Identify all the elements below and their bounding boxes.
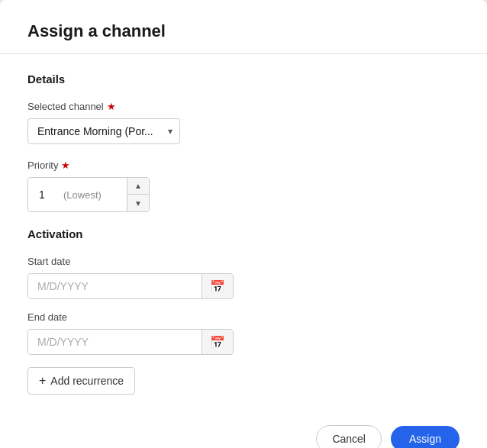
selected-channel-label: Selected channel ★ — [27, 101, 460, 112]
priority-group: Priority ★ 1 (Lowest) ▲ ▼ — [27, 160, 460, 212]
start-date-label: Start date — [27, 256, 460, 267]
priority-wrapper: 1 (Lowest) ▲ ▼ — [27, 177, 150, 212]
add-recurrence-label: Add recurrence — [50, 375, 124, 387]
assign-channel-modal: Assign a channel Details Selected channe… — [0, 0, 487, 448]
calendar-icon-end: 📅 — [210, 335, 225, 350]
modal-body: Details Selected channel ★ Entrance Morn… — [0, 54, 487, 413]
end-date-calendar-button[interactable]: 📅 — [202, 330, 233, 354]
required-star: ★ — [107, 101, 116, 112]
activation-section: Activation Start date 📅 End date 📅 — [27, 227, 460, 395]
details-section: Details Selected channel ★ Entrance Morn… — [27, 73, 460, 212]
end-date-label: End date — [27, 311, 460, 323]
priority-required-star: ★ — [61, 160, 70, 171]
add-recurrence-button[interactable]: + Add recurrence — [27, 367, 135, 395]
selected-channel-group: Selected channel ★ Entrance Morning (Por… — [27, 101, 460, 144]
end-date-wrapper: 📅 — [27, 329, 234, 355]
selected-channel-select[interactable]: Entrance Morning (Por... — [27, 118, 180, 144]
modal-footer: Cancel Assign — [0, 413, 487, 448]
assign-button[interactable]: Assign — [391, 426, 460, 448]
activation-section-title: Activation — [27, 227, 460, 240]
priority-decrement-button[interactable]: ▼ — [127, 195, 149, 211]
end-date-input[interactable] — [28, 330, 202, 354]
start-date-calendar-button[interactable]: 📅 — [202, 274, 233, 298]
cancel-button[interactable]: Cancel — [316, 425, 382, 448]
priority-value: 1 — [28, 178, 56, 211]
details-section-title: Details — [27, 73, 460, 85]
calendar-icon: 📅 — [210, 279, 225, 294]
start-date-group: Start date 📅 — [27, 256, 460, 299]
priority-spinners: ▲ ▼ — [127, 178, 149, 211]
end-date-group: End date 📅 — [27, 311, 460, 355]
start-date-input[interactable] — [28, 274, 202, 298]
priority-hint: (Lowest) — [56, 178, 127, 211]
modal-header: Assign a channel — [0, 0, 487, 54]
selected-channel-wrapper: Entrance Morning (Por... ▾ — [27, 118, 180, 144]
plus-icon: + — [39, 374, 46, 388]
priority-increment-button[interactable]: ▲ — [127, 178, 149, 195]
modal-title: Assign a channel — [27, 21, 460, 41]
start-date-wrapper: 📅 — [27, 273, 234, 299]
priority-label: Priority ★ — [27, 160, 460, 171]
